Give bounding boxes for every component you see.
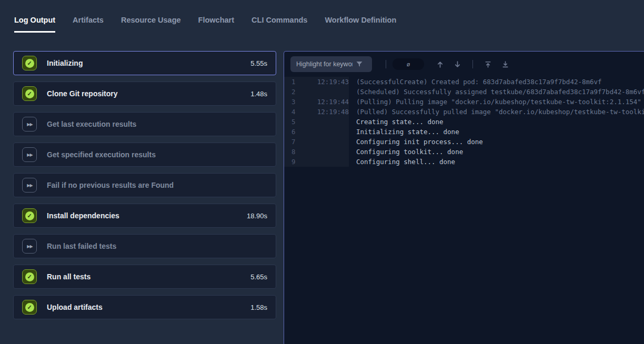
- log-message: (Pulling) Pulling image "docker.io/kubes…: [349, 97, 641, 107]
- skip-icon: ▶▶: [22, 117, 37, 131]
- log-message: Configuring toolkit... done: [349, 147, 463, 157]
- log-timestamp: 12:19:48: [305, 107, 349, 117]
- log-line-number: 7: [284, 137, 305, 147]
- step-duration: 5.55s: [250, 59, 267, 67]
- log-output[interactable]: 1 12:19:43 (SuccessfulCreate) Created po…: [284, 77, 644, 167]
- toolbar-divider: [472, 60, 473, 68]
- steps-list: ✓ ▶▶ Initializing 5.55s ✓ ▶▶ Clone Git r…: [13, 51, 276, 326]
- log-line-number: 3: [284, 97, 305, 107]
- toolbar-divider: [386, 60, 386, 68]
- step-label: Run last failed tests: [47, 242, 267, 250]
- log-message: (Pulled) Successfully pulled image "dock…: [349, 107, 644, 117]
- filter-icon[interactable]: [356, 60, 363, 68]
- check-icon: ✓: [22, 56, 37, 70]
- step-label: Clone Git repository: [47, 89, 250, 98]
- log-timestamp: 12:19:44: [305, 97, 349, 107]
- tab-label: Log Output: [14, 16, 55, 24]
- tab-label: CLI Commands: [251, 16, 307, 24]
- step-label: Fail if no previous results are Found: [47, 181, 267, 189]
- log-row: 4 12:19:48 (Pulled) Successfully pulled …: [284, 107, 644, 117]
- skip-icon: ▶▶: [22, 178, 37, 193]
- step-card[interactable]: ✓ ▶▶ Clone Git repository 1.48s: [13, 82, 276, 106]
- log-row: 7 Configuring init process... done: [284, 137, 644, 147]
- previous-match-icon[interactable]: [434, 58, 446, 70]
- scroll-to-bottom-icon[interactable]: [499, 58, 511, 70]
- check-icon: ✓: [22, 269, 37, 284]
- scroll-to-top-icon[interactable]: [482, 58, 494, 70]
- log-row: 2 (Scheduled) Successfully assigned test…: [284, 87, 644, 97]
- tab-cli-commands[interactable]: CLI Commands: [251, 16, 307, 33]
- log-line-number: 2: [284, 87, 305, 97]
- step-card[interactable]: ✓ ▶▶ Initializing 5.55s: [13, 51, 276, 75]
- tab-label: Workflow Definition: [325, 16, 396, 24]
- skip-icon: ▶▶: [22, 147, 37, 162]
- log-timestamp: 12:19:43: [305, 77, 349, 87]
- step-label: Initializing: [47, 59, 250, 67]
- tab-resource-usage[interactable]: Resource Usage: [121, 16, 181, 33]
- check-icon: ✓: [22, 208, 37, 223]
- step-duration: 5.65s: [250, 273, 267, 281]
- search-box[interactable]: [290, 56, 372, 72]
- log-line-number: 5: [284, 117, 305, 127]
- skip-icon: ▶▶: [22, 239, 37, 254]
- log-toolbar: ø: [284, 52, 644, 77]
- step-label: Upload artifacts: [47, 303, 250, 311]
- step-label: Install dependencies: [47, 211, 247, 220]
- check-icon: ✓: [22, 300, 37, 315]
- step-card[interactable]: ✓ ▶▶ Get specified execution results: [13, 143, 276, 167]
- step-duration: 1.48s: [250, 90, 267, 98]
- log-timestamp: [305, 157, 349, 167]
- log-line-number: 9: [284, 157, 305, 167]
- tab-bar: Log Output Artifacts Resource Usage Flow…: [14, 16, 396, 33]
- tab-label: Artifacts: [73, 16, 104, 24]
- log-timestamp: [305, 137, 349, 147]
- step-duration: 1.58s: [250, 303, 267, 311]
- check-icon: ✓: [22, 86, 37, 101]
- match-count-badge: ø: [393, 58, 424, 70]
- log-row: 6 Initializing state... done: [284, 127, 644, 137]
- next-match-icon[interactable]: [451, 58, 464, 70]
- log-message: Configuring shell... done: [349, 157, 455, 167]
- log-row: 9 Configuring shell... done: [284, 157, 644, 167]
- log-message: Configuring init process... done: [349, 137, 483, 147]
- tab-label: Flowchart: [198, 16, 234, 24]
- tab-workflow-definition[interactable]: Workflow Definition: [325, 16, 396, 33]
- tab-artifacts[interactable]: Artifacts: [73, 16, 104, 33]
- step-card[interactable]: ✓ ▶▶ Run last failed tests: [13, 234, 276, 258]
- tab-flowchart[interactable]: Flowchart: [198, 16, 234, 33]
- step-duration: 18.90s: [247, 212, 267, 220]
- step-card[interactable]: ✓ ▶▶ Get last execution results: [13, 112, 276, 136]
- log-row: 1 12:19:43 (SuccessfulCreate) Created po…: [284, 77, 644, 87]
- step-card[interactable]: ✓ ▶▶ Upload artifacts 1.58s: [13, 295, 276, 319]
- step-card[interactable]: ✓ ▶▶ Install dependencies 18.90s: [13, 204, 276, 228]
- log-line-number: 8: [284, 147, 305, 157]
- log-row: 8 Configuring toolkit... done: [284, 147, 644, 157]
- log-line-number: 6: [284, 127, 305, 137]
- log-message: (SuccessfulCreate) Created pod: 683d7aba…: [349, 77, 602, 87]
- tab-label: Resource Usage: [121, 16, 181, 24]
- log-timestamp: [305, 87, 349, 97]
- step-card[interactable]: ✓ ▶▶ Run all tests 5.65s: [13, 265, 276, 289]
- log-timestamp: [305, 127, 349, 137]
- log-timestamp: [305, 117, 349, 127]
- log-line-number: 4: [284, 107, 305, 117]
- log-message: Initializing state... done: [349, 127, 459, 137]
- log-panel: ø 1 12:19:43 (SuccessfulCreate) Created …: [284, 51, 644, 344]
- keyword-search-input[interactable]: [290, 60, 356, 68]
- log-row: 5 Creating state... done: [284, 117, 644, 127]
- step-card[interactable]: ✓ ▶▶ Fail if no previous results are Fou…: [13, 173, 276, 197]
- log-message: Creating state... done: [349, 117, 444, 127]
- log-message: (Scheduled) Successfully assigned testku…: [349, 87, 644, 97]
- log-timestamp: [305, 147, 349, 157]
- tab-log-output[interactable]: Log Output: [14, 16, 55, 33]
- step-label: Get last execution results: [47, 120, 267, 128]
- step-label: Run all tests: [47, 272, 250, 281]
- log-row: 3 12:19:44 (Pulling) Pulling image "dock…: [284, 97, 644, 107]
- step-label: Get specified execution results: [47, 150, 267, 159]
- log-line-number: 1: [284, 77, 305, 87]
